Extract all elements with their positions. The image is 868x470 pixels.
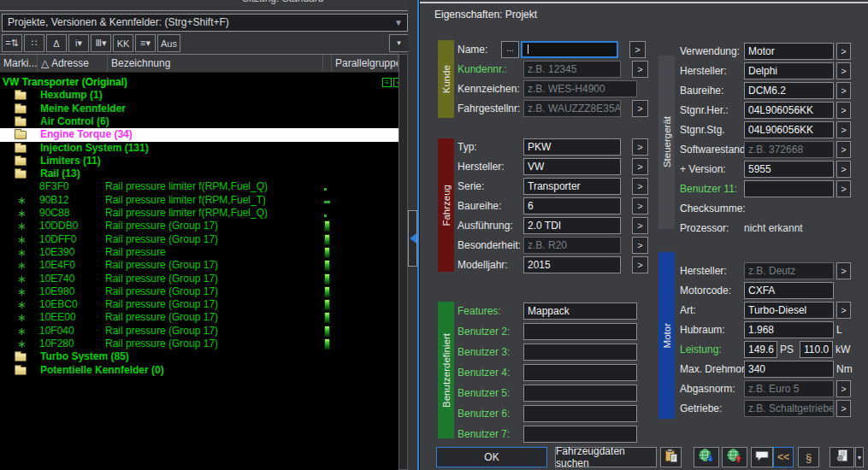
comment-button[interactable] [751,447,773,467]
web-upload-button[interactable] [722,447,747,467]
column-header-preview[interactable] [323,55,332,72]
placeholder-field[interactable]: z.B. 372668 [744,141,834,158]
value-field[interactable]: 04L906056KK [744,121,834,138]
tree-map-row[interactable]: ∗10EE00Rail pressure (Group 17) [0,311,399,324]
column-header-bezeichnung[interactable]: Bezeichnung [108,55,323,72]
value-field[interactable]: Delphi [744,62,834,79]
panel-mode-dropdown[interactable]: Projekte, Versionen & Kennfelder: (Strg+… [2,14,408,32]
map-name: Rail pressure (Group 17) [105,325,218,338]
tree-folder-row[interactable]: Air Control (6) [0,115,399,128]
ok-button[interactable]: OK [436,447,547,467]
histogram-button[interactable]: Ⅲ▾ [91,34,111,52]
tree-map-row[interactable]: ∗10EBC0Rail pressure (Group 17) [0,298,399,311]
value-field[interactable] [744,180,834,197]
paste-button[interactable] [660,447,682,467]
expand-arrow-button[interactable]: > [836,62,851,79]
paragraph-button[interactable]: § [798,447,819,467]
value-field[interactable]: 5955 [744,161,834,178]
map-name: Rail pressure limiter f(RPM,Fuel_Q) [105,207,268,220]
tree-map-row[interactable]: ∗10E4F0Rail pressure (Group 17) [0,259,399,272]
report-dropdown-button[interactable]: ▼ [855,447,864,467]
panel-mode-label: Projekte, Versionen & Kennfelder: (Strg+… [8,16,229,28]
tree-map-row[interactable]: ∗10E740Rail pressure (Group 17) [0,273,399,285]
map-preview-icon [324,214,327,217]
value-field[interactable]: DCM6.2 [744,82,834,99]
map-marker-icon: ∗ [17,259,27,272]
session-label: Sitzung: Standard [242,0,323,4]
tree-root-row[interactable]: VW Transporter (Original)≡× [0,76,399,89]
tree-folder-row[interactable]: Injection System (131) [0,142,399,155]
value-field[interactable]: 149.6 [744,341,777,358]
expand-arrow-button[interactable]: > [836,82,851,99]
report-button[interactable] [830,447,854,467]
tree-folder-row[interactable]: Hexdump (1) [0,89,399,102]
value-field[interactable]: 1.968 [744,321,834,338]
tree-map-row[interactable]: ∗90C88Rail pressure limiter f(RPM,Fuel_Q… [0,207,399,220]
map-marker-icon: ∗ [17,233,27,246]
expand-arrow-button[interactable]: > [836,141,851,158]
search-vehicle-data-button[interactable]: Fahrzeugdaten suchen [555,447,657,467]
map-preview-icon [324,260,330,271]
tree-map-row[interactable]: ∗90B12Rail pressure limiter f(RPM,Fuel_T… [0,194,399,207]
tree-map-row[interactable]: ∗10DDB0Rail pressure (Group 17) [0,220,399,232]
value-field[interactable]: 340 [744,361,834,378]
tree-map-row[interactable]: ∗10E390Rail pressure [0,246,399,259]
expand-arrow-button[interactable]: > [836,400,851,417]
expand-arrow-button[interactable]: > [836,161,851,178]
collapse-dialog-button[interactable]: << [773,447,794,467]
value-field[interactable]: CXFA [744,282,834,299]
aus-button[interactable]: Aus [157,34,180,52]
globe-download-icon [698,448,715,467]
field-label: Hersteller: [680,265,744,277]
toolbar-overflow-button[interactable]: ▼ [389,34,409,52]
expand-arrow-button[interactable]: > [836,43,851,60]
info-button[interactable]: i▾ [68,34,89,52]
list-button[interactable]: ≡▾ [135,34,156,52]
tree-map-row[interactable]: ∗10E980Rail pressure (Group 17) [0,285,399,298]
column-header-adresse[interactable]: △ Adresse [38,55,108,72]
tree-folder-row[interactable]: Engine Torque (34) [0,128,399,141]
list-icon[interactable]: ≡ [382,78,392,87]
tree-folder-row[interactable]: Turbo System (85) [0,350,399,363]
expand-arrow-button[interactable]: > [836,302,851,319]
field-label: Abgasnorm: [680,383,744,395]
expand-arrow-button[interactable]: > [836,121,851,138]
tree-scrollbar[interactable] [399,54,408,470]
tree-map-row[interactable]: ∗10F040Rail pressure (Group 17) [0,325,399,338]
column-header-markierung[interactable]: Marki... [0,55,38,72]
kk-button[interactable]: KK [113,34,133,52]
tree-folder-row[interactable]: Rail (13) [0,167,399,180]
placeholder-field[interactable]: z.B. Euro 5 [744,380,834,397]
tree-folder-row[interactable]: Potentielle Kennfelder (0) [0,364,399,377]
tree-folder-row[interactable]: Limiters (11) [0,155,399,167]
tree-folder-row[interactable]: Meine Kennfelder [0,103,399,115]
web-download-button[interactable] [694,447,719,467]
tree-map-row[interactable]: ∗10F280Rail pressure (Group 17) [0,338,399,350]
map-address: 10E980 [39,285,74,298]
splitter-collapse-handle[interactable] [408,210,417,267]
folder-icon [15,118,27,126]
tree-map-row[interactable]: 8F3F0Rail pressure limiter f(RPM,Fuel_Q) [0,180,399,193]
value-field[interactable]: 04L906056KK [744,102,834,119]
value-field[interactable] [523,426,637,443]
column-header-parallelgruppe[interactable]: Parallelgruppe [332,55,399,72]
grid-header: Marki...△ AdresseBezeichnungParallelgrup… [0,54,399,73]
expand-arrow-button[interactable]: > [836,262,851,279]
placeholder-field[interactable]: z.B. Deutz [744,262,834,279]
expand-arrow-button[interactable]: > [836,102,851,119]
map-name: Rail pressure (Group 17) [105,220,218,232]
dialog-footer: OK Fahrzeugdaten suchen [420,445,868,469]
placeholder-field[interactable]: z.B. Schaltgetriebe [744,400,834,417]
map-preview-icon [324,273,330,285]
expand-arrow-button[interactable]: > [836,380,851,397]
compare-button[interactable]: =⇅ [2,34,22,52]
value-field[interactable]: 110.0 [800,341,833,358]
folder-icon [15,353,27,361]
field-label: Benutzer 7: [458,428,523,440]
value-field[interactable]: Turbo-Diesel [744,302,834,319]
value-field[interactable]: Motor [744,43,834,60]
columns-button[interactable]: ∷ [24,34,44,52]
delta-button[interactable]: Δ [46,34,67,52]
tree-map-row[interactable]: ∗10DFF0Rail pressure (Group 17) [0,233,399,246]
expand-arrow-button[interactable]: > [836,180,851,197]
